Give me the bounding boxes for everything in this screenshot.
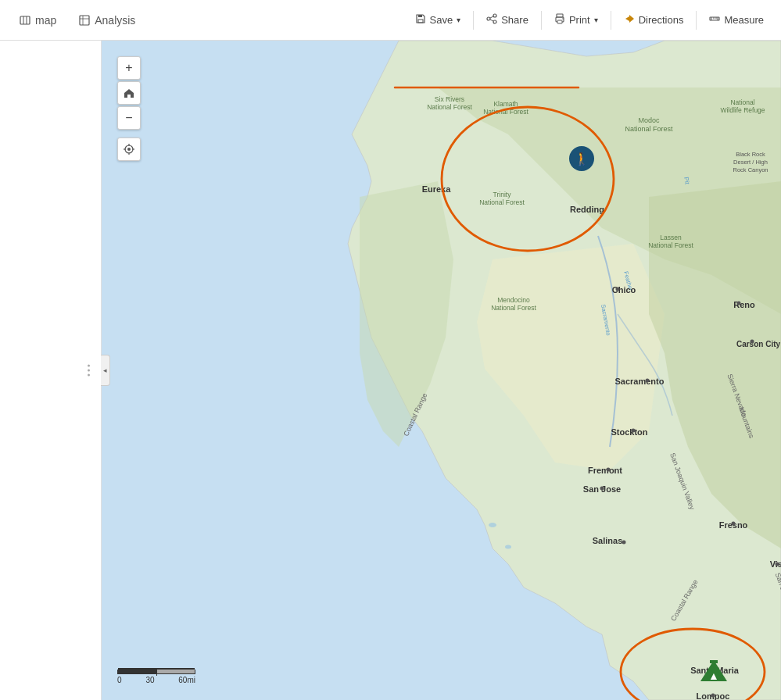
- scale-bar: 0 30 60mi: [117, 670, 195, 684]
- svg-marker-16: [625, 16, 629, 21]
- svg-text:National Forest: National Forest: [427, 103, 472, 111]
- svg-point-60: [607, 468, 611, 472]
- home-button[interactable]: [117, 81, 141, 105]
- svg-text:Sacramento: Sacramento: [615, 377, 665, 386]
- svg-text:Wildlife Refuge: Wildlife Refuge: [720, 106, 765, 114]
- svg-point-54: [632, 429, 636, 433]
- svg-text:Rock Canyon: Rock Canyon: [733, 166, 768, 173]
- svg-point-6: [493, 14, 496, 17]
- toolbar-right: Save ▾ Share Print ▾ Directions: [407, 9, 772, 31]
- svg-point-89: [127, 148, 131, 151]
- directions-label: Directions: [639, 14, 684, 26]
- svg-text:Black Rock: Black Rock: [736, 151, 765, 158]
- measure-button[interactable]: Measure: [701, 9, 772, 31]
- svg-point-8: [493, 20, 496, 23]
- svg-text:Carson City: Carson City: [736, 340, 781, 348]
- tab-map-label: map: [35, 14, 56, 27]
- svg-point-14: [562, 18, 564, 20]
- svg-point-48: [737, 302, 741, 305]
- svg-text:Eureka: Eureka: [422, 184, 452, 194]
- save-icon: [415, 13, 426, 27]
- share-button[interactable]: Share: [478, 9, 536, 31]
- svg-rect-11: [557, 14, 563, 17]
- zoom-out-button[interactable]: −: [117, 106, 141, 130]
- svg-text:Six Rivers: Six Rivers: [435, 95, 464, 103]
- sidebar-dot-2: [88, 370, 90, 372]
- divider-2: [541, 11, 542, 30]
- zoom-in-button[interactable]: +: [117, 56, 141, 80]
- svg-text:Chico: Chico: [612, 285, 636, 295]
- svg-text:National Forest: National Forest: [491, 304, 536, 312]
- sidebar-dot-1: [88, 365, 90, 367]
- svg-point-46: [616, 288, 620, 291]
- svg-text:Fremont: Fremont: [588, 466, 622, 475]
- tab-map[interactable]: map: [9, 9, 66, 31]
- divider-4: [696, 11, 697, 30]
- scale-label-30: 30: [145, 676, 154, 684]
- svg-point-52: [646, 379, 650, 383]
- print-button[interactable]: Print ▾: [546, 9, 606, 31]
- svg-point-68: [776, 562, 779, 566]
- svg-point-79: [505, 545, 511, 549]
- svg-text:Salinas: Salinas: [593, 536, 623, 545]
- svg-text:Modoc: Modoc: [638, 116, 660, 124]
- save-button[interactable]: Save ▾: [407, 9, 469, 31]
- svg-rect-86: [710, 660, 718, 663]
- print-label: Print: [569, 14, 590, 26]
- svg-text:Desert / High: Desert / High: [733, 159, 768, 166]
- map-svg: Six Rivers National Forest Klamath Natio…: [102, 41, 781, 700]
- svg-text:Stockton: Stockton: [611, 427, 647, 437]
- map-container[interactable]: Six Rivers National Forest Klamath Natio…: [102, 41, 781, 700]
- print-caret: ▾: [594, 16, 598, 24]
- scale-label-0: 0: [117, 676, 122, 684]
- svg-rect-1: [80, 16, 89, 25]
- measure-icon: [709, 13, 720, 27]
- save-caret: ▾: [457, 16, 460, 24]
- svg-text:National Forest: National Forest: [625, 125, 673, 133]
- svg-line-9: [490, 16, 493, 18]
- divider-3: [611, 11, 611, 30]
- svg-point-64: [622, 541, 626, 545]
- save-label: Save: [430, 14, 453, 26]
- svg-point-7: [487, 17, 490, 20]
- svg-point-66: [732, 522, 736, 526]
- svg-text:Mendocino: Mendocino: [497, 296, 530, 304]
- tab-analysis[interactable]: Analysis: [69, 9, 145, 31]
- tab-analysis-label: Analysis: [95, 14, 135, 27]
- svg-point-78: [489, 523, 496, 527]
- svg-rect-0: [20, 16, 30, 24]
- share-icon: [486, 13, 497, 27]
- toolbar-left: map Analysis: [9, 9, 145, 31]
- svg-text:🚶: 🚶: [574, 152, 589, 166]
- directions-button[interactable]: Directions: [616, 9, 692, 31]
- svg-rect-5: [418, 15, 422, 17]
- analysis-icon: [78, 14, 91, 27]
- svg-point-77: [711, 694, 715, 698]
- measure-label: Measure: [724, 14, 764, 26]
- locate-button[interactable]: [117, 138, 141, 161]
- scale-label-60: 60mi: [178, 676, 195, 684]
- sidebar-panel: ◂: [0, 41, 102, 700]
- svg-text:Trinity: Trinity: [493, 191, 512, 198]
- svg-text:▲: ▲: [708, 670, 719, 682]
- svg-text:National Forest: National Forest: [648, 241, 693, 249]
- sidebar-collapse-button[interactable]: ◂: [101, 355, 110, 386]
- map-controls: + −: [117, 56, 141, 161]
- svg-marker-15: [629, 15, 634, 23]
- toolbar: map Analysis Save ▾ Share: [0, 0, 781, 41]
- print-icon: [554, 13, 565, 27]
- sidebar-dot-3: [88, 374, 90, 377]
- svg-text:Klamath: Klamath: [493, 100, 518, 108]
- svg-text:Reno: Reno: [733, 300, 755, 309]
- svg-text:Lassen: Lassen: [660, 234, 682, 241]
- svg-text:National: National: [730, 98, 754, 106]
- svg-rect-13: [557, 20, 562, 23]
- svg-point-62: [600, 487, 604, 491]
- svg-text:Redding: Redding: [570, 205, 604, 214]
- share-label: Share: [501, 14, 528, 26]
- map-icon: [19, 14, 31, 27]
- directions-icon: [624, 13, 635, 27]
- svg-text:National Forest: National Forest: [479, 198, 525, 206]
- svg-line-10: [490, 20, 493, 21]
- svg-point-50: [751, 340, 754, 344]
